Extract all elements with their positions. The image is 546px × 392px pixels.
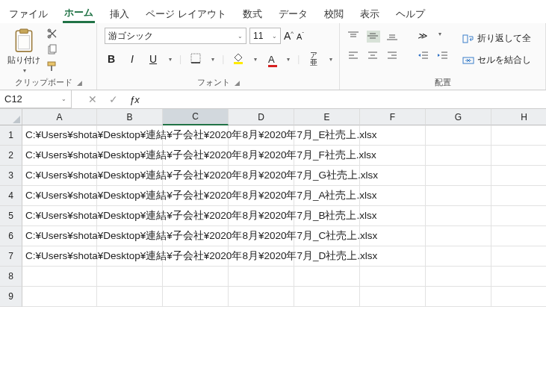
menu-file[interactable]: ファイル [7, 6, 49, 22]
border-button[interactable] [189, 52, 202, 66]
cell[interactable] [22, 267, 97, 287]
chevron-down-icon[interactable]: ▾ [287, 56, 290, 63]
phonetic-button[interactable]: ア亜 [307, 52, 320, 66]
cell[interactable] [163, 287, 229, 307]
cell[interactable] [360, 267, 426, 287]
format-painter-icon[interactable] [46, 60, 58, 72]
cell[interactable] [97, 267, 163, 287]
align-right-icon[interactable] [386, 50, 400, 62]
bold-button[interactable]: B [105, 53, 118, 65]
cancel-formula-icon[interactable]: ✕ [82, 93, 103, 105]
align-middle-icon[interactable] [367, 31, 380, 43]
cell[interactable] [491, 267, 546, 287]
row-header[interactable]: 9 [0, 287, 22, 307]
menu-pagelayout[interactable]: ページ レイアウト [144, 6, 228, 22]
cell[interactable] [491, 186, 546, 206]
cell[interactable] [294, 267, 360, 287]
align-top-icon[interactable] [347, 31, 361, 43]
cell[interactable] [491, 226, 546, 246]
cell[interactable]: C:¥Users¥shota¥Desktop¥連結¥子会社¥2020年8月¥20… [22, 125, 97, 146]
row-header[interactable]: 2 [0, 146, 22, 166]
cell[interactable] [229, 267, 294, 287]
font-name-select[interactable]: 游ゴシック ⌄ [105, 28, 246, 44]
decrease-font-icon[interactable]: Aˇ [297, 31, 304, 41]
menu-view[interactable]: 表示 [359, 6, 381, 22]
cell[interactable] [426, 287, 491, 307]
cell[interactable]: C:¥Users¥shota¥Desktop¥連結¥子会社¥2020年8月¥20… [22, 166, 97, 186]
col-header[interactable]: H [491, 109, 546, 125]
font-color-button[interactable]: A [264, 53, 278, 65]
name-box[interactable]: C12 ⌄ [0, 90, 72, 108]
fx-icon[interactable]: ƒx [124, 94, 145, 105]
menu-review[interactable]: 校閲 [323, 6, 345, 22]
cell[interactable] [426, 166, 491, 186]
row-header[interactable]: 8 [0, 267, 22, 287]
cell[interactable]: C:¥Users¥shota¥Desktop¥連結¥子会社¥2020年8月¥20… [22, 146, 97, 166]
cell[interactable] [426, 146, 491, 166]
cell[interactable]: C:¥Users¥shota¥Desktop¥連結¥子会社¥2020年8月¥20… [22, 226, 97, 246]
col-header[interactable]: E [294, 109, 360, 125]
copy-icon[interactable] [46, 44, 58, 56]
row-header[interactable]: 4 [0, 186, 22, 206]
cell[interactable] [294, 287, 360, 307]
formula-input[interactable] [145, 91, 546, 108]
decrease-indent-icon[interactable] [418, 50, 431, 62]
paste-button[interactable]: 貼り付け ▾ [7, 28, 40, 74]
cell[interactable] [491, 146, 546, 166]
cell[interactable] [491, 206, 546, 226]
chevron-down-icon[interactable]: ▾ [438, 31, 441, 43]
chevron-down-icon[interactable]: ▾ [23, 67, 26, 74]
align-center-icon[interactable] [367, 50, 380, 62]
select-all-corner[interactable] [0, 109, 22, 125]
menu-insert[interactable]: 挿入 [108, 6, 131, 22]
italic-button[interactable]: I [125, 53, 139, 65]
fill-color-button[interactable] [232, 52, 245, 66]
orientation-icon[interactable]: ≫ [418, 31, 431, 43]
cell[interactable] [426, 226, 491, 246]
cell[interactable] [426, 186, 491, 206]
cell[interactable]: C:¥Users¥shota¥Desktop¥連結¥子会社¥2020年8月¥20… [22, 186, 97, 206]
col-header[interactable]: B [97, 109, 163, 125]
col-header[interactable]: D [229, 109, 294, 125]
align-bottom-icon[interactable] [386, 31, 400, 43]
font-size-select[interactable]: 11 ⌄ [249, 28, 281, 44]
menu-home[interactable]: ホーム [63, 4, 95, 23]
merge-cells-button[interactable]: セルを結合し [462, 52, 531, 68]
col-header[interactable]: C [163, 109, 229, 125]
row-header[interactable]: 5 [0, 206, 22, 226]
chevron-down-icon[interactable]: ⌄ [61, 96, 66, 102]
chevron-down-icon[interactable]: ⌄ [272, 33, 277, 40]
cut-icon[interactable] [46, 28, 58, 40]
row-header[interactable]: 6 [0, 226, 22, 246]
cell[interactable] [97, 287, 163, 307]
increase-indent-icon[interactable] [437, 50, 450, 62]
chevron-down-icon[interactable]: ▾ [329, 56, 332, 63]
increase-font-icon[interactable]: A^ [284, 30, 294, 42]
menu-data[interactable]: データ [277, 6, 309, 22]
cell[interactable] [22, 287, 97, 307]
cell[interactable] [491, 166, 546, 186]
chevron-down-icon[interactable]: ▾ [211, 56, 214, 63]
cell[interactable]: C:¥Users¥shota¥Desktop¥連結¥子会社¥2020年8月¥20… [22, 206, 97, 226]
align-left-icon[interactable] [347, 50, 361, 62]
dialog-launcher-icon[interactable]: ◢ [77, 79, 82, 87]
cell[interactable] [426, 246, 491, 267]
chevron-down-icon[interactable]: ▾ [169, 56, 172, 63]
cell[interactable] [229, 287, 294, 307]
cell[interactable]: C:¥Users¥shota¥Desktop¥連結¥子会社¥2020年8月¥20… [22, 246, 97, 267]
cell[interactable] [426, 206, 491, 226]
enter-formula-icon[interactable]: ✓ [103, 93, 124, 105]
chevron-down-icon[interactable]: ▾ [254, 56, 257, 63]
dialog-launcher-icon[interactable]: ◢ [235, 79, 240, 87]
col-header[interactable]: A [22, 109, 97, 125]
cell[interactable] [426, 125, 491, 146]
cell[interactable] [491, 246, 546, 267]
row-header[interactable]: 3 [0, 166, 22, 186]
cell[interactable] [491, 125, 546, 146]
underline-button[interactable]: U [146, 53, 160, 65]
cell[interactable] [163, 267, 229, 287]
chevron-down-icon[interactable]: ⌄ [238, 33, 243, 40]
cell[interactable] [360, 287, 426, 307]
menu-help[interactable]: ヘルプ [394, 6, 426, 22]
menu-formulas[interactable]: 数式 [241, 6, 264, 22]
